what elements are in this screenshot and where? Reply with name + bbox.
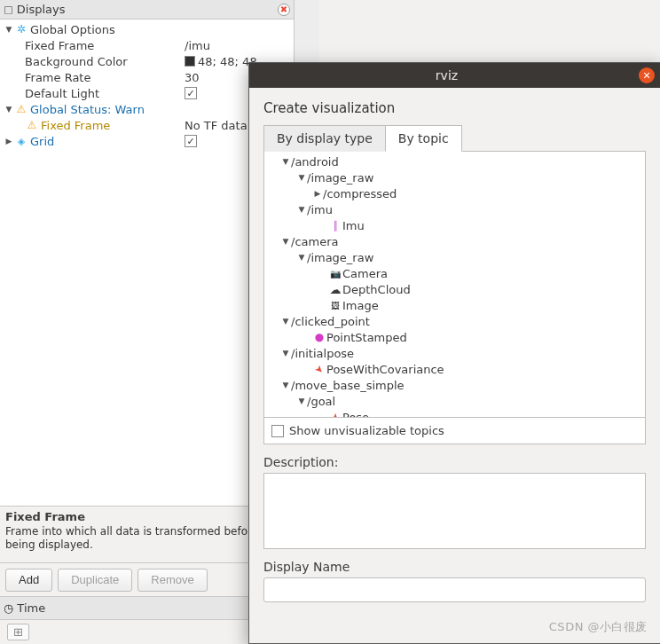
type-image[interactable]: Image <box>342 299 379 312</box>
type-imu[interactable]: Imu <box>342 219 365 232</box>
grid-icon: ◈ <box>14 134 28 148</box>
fixed-frame-value[interactable]: /imu <box>185 39 290 52</box>
time-label: Time <box>17 601 45 615</box>
display-name-label: Display Name <box>263 560 646 574</box>
displays-titlebar: ◻ Displays ✖ <box>0 0 294 20</box>
chevron-down-icon[interactable]: ▼ <box>280 157 291 166</box>
topic-android[interactable]: /android <box>291 155 339 169</box>
dialog-title: rviz <box>255 68 639 82</box>
description-label: Description: <box>263 455 646 469</box>
warn-icon: ⚠ <box>25 118 39 132</box>
chevron-down-icon[interactable]: ▼ <box>296 397 307 405</box>
watermark: CSDN @小白很废 <box>549 619 648 635</box>
show-unvisualizable-checkbox[interactable] <box>271 425 284 437</box>
frame-rate-label: Frame Rate <box>25 71 90 84</box>
chevron-right-icon[interactable]: ▶ <box>312 189 323 198</box>
dialog-heading: Create visualization <box>263 100 646 116</box>
topic-android-image-raw[interactable]: /image_raw <box>307 171 373 185</box>
help-title: Fixed Frame <box>5 510 288 523</box>
chevron-down-icon[interactable]: ▼ <box>280 237 291 246</box>
default-light-checkbox[interactable]: ✓ <box>185 87 197 99</box>
point-icon: ● <box>312 331 326 343</box>
chevron-down-icon[interactable]: ▼ <box>296 173 307 182</box>
grid-label: Grid <box>30 135 54 148</box>
image-icon: 🖼 <box>328 301 342 310</box>
bg-color-label: Background Color <box>25 55 128 68</box>
tab-strip: By display type By topic <box>263 125 646 152</box>
fixed-frame-row[interactable]: Fixed Frame /imu <box>0 37 294 53</box>
restore-icon[interactable]: ◻ <box>4 3 13 16</box>
tab-by-display-type[interactable]: By display type <box>263 125 386 152</box>
chevron-down-icon[interactable]: ▼ <box>280 317 291 326</box>
add-button[interactable]: Add <box>5 569 52 592</box>
tab-by-topic[interactable]: By topic <box>385 125 462 152</box>
topic-compressed[interactable]: /compressed <box>323 187 397 200</box>
dialog-titlebar[interactable]: rviz ✕ <box>249 63 660 88</box>
displays-title: Displays <box>17 3 278 16</box>
imu-icon: ║ <box>328 221 342 231</box>
clock-icon: ◷ <box>4 601 13 615</box>
topic-camera-image-raw[interactable]: /image_raw <box>307 251 373 264</box>
display-name-input[interactable] <box>263 577 646 602</box>
remove-button: Remove <box>138 569 207 592</box>
type-pose[interactable]: Pose <box>342 411 369 419</box>
gear-icon: ✲ <box>14 22 28 36</box>
chevron-down-icon[interactable]: ▼ <box>4 105 14 114</box>
type-posewithcov[interactable]: PoseWithCovariance <box>326 363 444 376</box>
topic-move-base-simple[interactable]: /move_base_simple <box>291 379 405 392</box>
duplicate-button: Duplicate <box>58 569 132 592</box>
topic-imu[interactable]: /imu <box>307 203 333 216</box>
chevron-down-icon[interactable]: ▼ <box>280 381 291 389</box>
toolbar-icon[interactable]: ⊞ <box>7 624 29 640</box>
default-light-label: Default Light <box>25 87 99 100</box>
camera-icon: 📷 <box>328 269 342 279</box>
global-status-label: Global Status: Warn <box>30 103 145 116</box>
topic-initialpose[interactable]: /initialpose <box>291 347 354 360</box>
type-camera[interactable]: Camera <box>342 267 388 280</box>
close-icon[interactable]: ✕ <box>639 67 655 83</box>
show-unvisualizable-label: Show unvisualizable topics <box>289 424 444 437</box>
color-swatch-icon <box>185 56 195 67</box>
fixed-frame-label: Fixed Frame <box>25 39 94 52</box>
warn-icon: ⚠ <box>14 102 28 116</box>
topic-goal[interactable]: /goal <box>307 395 335 408</box>
grid-checkbox[interactable]: ✓ <box>185 135 197 147</box>
chevron-down-icon[interactable]: ▼ <box>296 253 307 262</box>
chevron-down-icon[interactable]: ▼ <box>280 349 291 357</box>
chevron-down-icon[interactable]: ▼ <box>296 205 307 214</box>
topic-clicked-point[interactable]: /clicked_point <box>291 315 370 328</box>
show-unvisualizable-row[interactable]: Show unvisualizable topics <box>263 418 646 444</box>
close-icon[interactable]: ✖ <box>278 4 290 16</box>
status-fixed-frame-label: Fixed Frame <box>41 119 110 132</box>
description-box <box>263 473 646 549</box>
type-pointstamped[interactable]: PointStamped <box>326 331 407 344</box>
topic-camera[interactable]: /camera <box>291 235 338 248</box>
type-depthcloud[interactable]: DepthCloud <box>342 283 411 296</box>
create-visualization-dialog: rviz ✕ Create visualization By display t… <box>248 62 660 644</box>
depthcloud-icon: ☁ <box>328 283 342 296</box>
topic-tree[interactable]: ▼/android ▼/image_raw ▶/compressed ▼/imu… <box>263 152 646 418</box>
chevron-right-icon[interactable]: ▶ <box>4 137 14 145</box>
global-options-row[interactable]: ▼ ✲ Global Options <box>0 21 294 37</box>
global-options-label: Global Options <box>30 23 115 36</box>
chevron-down-icon[interactable]: ▼ <box>4 25 14 34</box>
help-body: Frame into which all data is transformed… <box>5 525 288 552</box>
